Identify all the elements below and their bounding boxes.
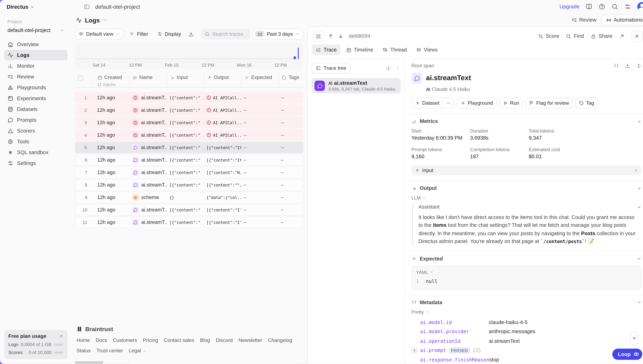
traces-histogram[interactable]: Sat 1412 PMFeb 1512 PMMon 1612 PM: [75, 43, 303, 69]
column-header-created[interactable]: Created11 traces: [92, 73, 129, 87]
footer-link-customers[interactable]: Customers: [113, 338, 137, 343]
table-row[interactable]: 212h agoai.streamT...[{"content":" ...AI…: [75, 104, 303, 116]
download-icon[interactable]: [625, 63, 630, 68]
time-range-selector[interactable]: 3d Past 3 days: [253, 29, 303, 40]
footer-link-trust-center[interactable]: Trust center: [97, 348, 123, 354]
search-traces-box[interactable]: [201, 29, 250, 40]
sidebar-item-prompts[interactable]: Prompts: [4, 115, 67, 125]
column-header-output[interactable]: Output: [204, 73, 241, 87]
select-all-checkbox[interactable]: [78, 76, 83, 81]
display-button[interactable]: Display: [154, 29, 184, 40]
metadata-mode-selector[interactable]: Pretty: [411, 309, 641, 314]
tab-thread[interactable]: Thread: [379, 44, 410, 55]
column-header-name[interactable]: Name: [129, 73, 167, 87]
kebab-menu-icon[interactable]: [395, 66, 400, 71]
sidebar-item-monitor[interactable]: Monitor: [4, 60, 67, 71]
json-view-icon[interactable]: [613, 63, 619, 68]
find-button[interactable]: Find: [566, 33, 584, 39]
collapse-sections-icon[interactable]: [636, 63, 641, 68]
flag-for-review-button[interactable]: Flag for review: [525, 98, 573, 108]
table-row[interactable]: 1012h agoai.streamT...[{"content":" ...[…: [75, 204, 303, 216]
column-header-expected[interactable]: Expected: [241, 73, 279, 87]
sidebar-toggle-button[interactable]: [81, 2, 92, 11]
share-button[interactable]: Share: [590, 33, 612, 39]
output-mode-selector[interactable]: LLM: [411, 195, 641, 200]
filter-button[interactable]: Filter: [126, 29, 151, 40]
table-row[interactable]: 712h agoai.streamT...[{"content":" ...[{…: [75, 166, 303, 178]
page-menu-button[interactable]: [100, 16, 109, 24]
chevron-down-icon[interactable]: [637, 204, 641, 209]
table-row[interactable]: 912h agoschema{}{"data":{"col...––: [75, 192, 303, 203]
tab-views[interactable]: Views: [412, 44, 441, 55]
expander-button[interactable]: [411, 347, 418, 354]
sidebar-item-overview[interactable]: Overview: [4, 39, 67, 50]
footer-link-changelog[interactable]: Changelog: [268, 338, 292, 343]
sidebar-item-sql-sandbox[interactable]: SQL sandbox: [4, 147, 67, 158]
metrics-section-header[interactable]: Metrics: [411, 118, 641, 124]
table-row[interactable]: 112h agoai.streamT...[{"content":" ...AI…: [75, 92, 303, 104]
table-row[interactable]: 312h agoai.streamT...[{"content":" ...AI…: [75, 117, 303, 128]
trace-tree-button[interactable]: Trace tree: [312, 63, 350, 74]
table-row[interactable]: 612h agoai.streamT...[{"content":" ...[{…: [75, 154, 303, 166]
sidebar-item-review[interactable]: Review: [4, 72, 67, 82]
tab-trace[interactable]: Trace: [312, 44, 341, 55]
sidebar-item-logs[interactable]: Logs: [4, 50, 67, 60]
sidebar-item-playgrounds[interactable]: Playgrounds: [4, 82, 67, 92]
table-row[interactable]: 412h agoai.streamT...[{"content":" ...AI…: [75, 129, 303, 141]
expand-panel-button[interactable]: [313, 31, 324, 42]
footer-link-legal[interactable]: Legal: [129, 348, 146, 354]
collapse-all-icon[interactable]: [386, 66, 391, 71]
close-panel-button[interactable]: [631, 31, 642, 42]
avatar[interactable]: [637, 2, 643, 11]
sidebar-item-datasets[interactable]: Datasets: [4, 104, 67, 114]
column-header-input[interactable]: Input: [167, 73, 204, 87]
view-selector[interactable]: Default view: [75, 29, 124, 40]
help-icon[interactable]: [599, 3, 605, 10]
footer-link-blog[interactable]: Blog: [200, 338, 210, 343]
horizontal-scrollbar-thumb[interactable]: [75, 362, 103, 364]
sidebar-item-scorers[interactable]: Scorers: [4, 126, 67, 136]
add-to-playground-button[interactable]: Playground: [457, 98, 497, 108]
tag-button[interactable]: Tag: [575, 98, 598, 108]
footer-link-discord[interactable]: Discord: [216, 338, 233, 343]
column-header-tags[interactable]: Tags: [279, 73, 303, 87]
footer-link-pricing[interactable]: Pricing: [143, 338, 158, 343]
output-section-header[interactable]: Output: [411, 185, 641, 191]
sidebar-item-tools[interactable]: Tools: [4, 136, 67, 147]
next-trace-button[interactable]: [338, 33, 344, 39]
scroll-handle[interactable]: [630, 332, 638, 345]
table-row[interactable]: 812h agoai.streamT...[{"content":" ...[{…: [75, 179, 303, 191]
score-button[interactable]: Score: [538, 33, 559, 39]
braintrust-brand[interactable]: Braintrust: [77, 326, 307, 332]
export-button[interactable]: [187, 29, 196, 40]
dataset-more-button[interactable]: [443, 98, 454, 108]
open-in-new-icon[interactable]: [619, 33, 625, 39]
automations-button[interactable]: Automations: [601, 14, 643, 25]
expected-section-header[interactable]: Expected: [411, 256, 641, 262]
prev-trace-button[interactable]: [328, 33, 334, 39]
search-traces-input[interactable]: [212, 31, 247, 37]
project-switcher[interactable]: default-otel-project: [4, 24, 67, 34]
arrow-up-right-icon[interactable]: [59, 334, 63, 338]
search-icon[interactable]: [611, 3, 618, 10]
input-section-collapsed[interactable]: Input: [411, 165, 641, 175]
footer-link-status[interactable]: Status: [77, 348, 91, 354]
docs-icon[interactable]: [586, 3, 592, 10]
table-row[interactable]: 1112h agoai.streamT...[{"content":" ...[…: [75, 216, 303, 228]
yaml-format-selector[interactable]: YAML: [416, 270, 637, 274]
footer-link-contact-sales[interactable]: Contact sales: [164, 338, 194, 343]
review-button[interactable]: Review: [571, 17, 596, 23]
run-button[interactable]: Run: [499, 98, 523, 108]
sidebar-item-experiments[interactable]: Experiments: [4, 93, 67, 104]
loop-button[interactable]: Loop: [612, 348, 642, 360]
footer-link-docs[interactable]: Docs: [96, 338, 107, 343]
trace-tree-item[interactable]: A\ ai.streamText 3.69s, 9,347 tok, Claud…: [312, 78, 400, 94]
preferences-icon[interactable]: [624, 3, 631, 10]
footer-link-newsletter[interactable]: Newsletter: [239, 338, 262, 343]
tab-timeline[interactable]: Timeline: [342, 44, 377, 55]
table-row[interactable]: 512h agoai.streamT...[{"content":" ...[{…: [75, 142, 303, 153]
footer-link-home[interactable]: Home: [77, 338, 90, 343]
sidebar-item-settings[interactable]: Settings: [4, 158, 67, 168]
metadata-section-header[interactable]: Metadata: [411, 300, 641, 305]
upgrade-link[interactable]: Upgrade: [560, 4, 579, 10]
